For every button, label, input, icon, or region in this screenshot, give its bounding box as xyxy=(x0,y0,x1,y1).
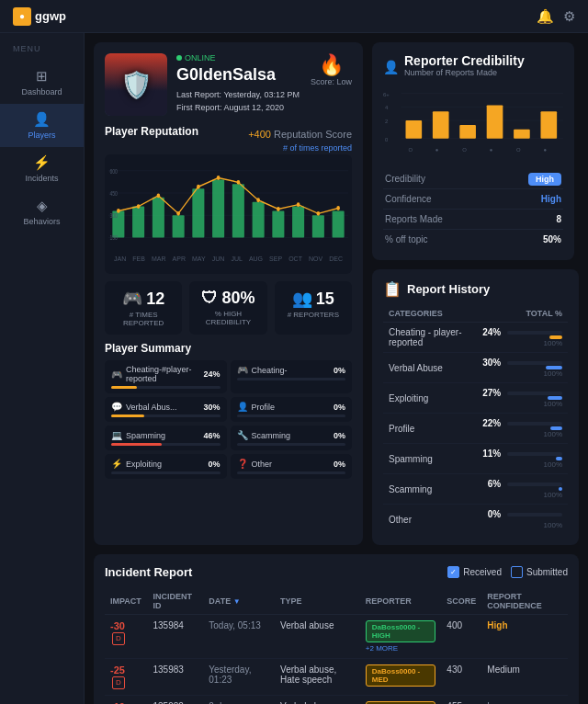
filter-received[interactable]: ✓ Received xyxy=(447,566,502,578)
summary-bar-bg xyxy=(111,386,220,389)
settings-icon[interactable]: ⚙ xyxy=(563,8,575,25)
svg-point-26 xyxy=(317,211,321,216)
svg-rect-43 xyxy=(487,105,503,138)
summary-item-icon: 💻 xyxy=(111,430,122,440)
svg-rect-40 xyxy=(406,120,423,139)
impact-badge: D xyxy=(112,632,125,645)
summary-bar xyxy=(111,414,144,417)
cred-badge: High xyxy=(528,173,561,186)
sidebar-item-players[interactable]: 👤 Players xyxy=(0,104,84,147)
svg-point-24 xyxy=(277,207,280,211)
bell-icon[interactable]: 🔔 xyxy=(537,8,554,25)
received-checkbox[interactable]: ✓ xyxy=(447,566,459,578)
cred-row: % off topic 50% xyxy=(383,230,563,250)
summary-item-pct: 30% xyxy=(203,403,220,412)
summary-item: ⚡ Exploiting 0% xyxy=(105,454,227,479)
table-row: -30 D 135984 Today, 05:13 Verbal abuse D… xyxy=(105,615,568,659)
cred-bar-chart: 6+ 4 2 0 O xyxy=(383,88,563,162)
sidebar-item-incidents[interactable]: ⚡ Incidents xyxy=(0,147,84,190)
summary-bar-bg xyxy=(237,443,346,446)
summary-item-pct: 0% xyxy=(334,431,345,440)
reputation-section: Player Reputation +400 Reputation Score … xyxy=(105,125,352,274)
rh-total: 11% 100% xyxy=(476,444,568,474)
svg-text:O: O xyxy=(408,147,413,153)
summary-item-name: Scamming xyxy=(252,431,330,440)
summary-item-pct: 0% xyxy=(334,460,345,469)
reporter-icon: 👤 xyxy=(383,60,399,74)
rep-title: Player Reputation xyxy=(105,125,198,138)
right-column: 👤 Reporter Credibility Number of Reports… xyxy=(372,42,579,545)
svg-text:O: O xyxy=(462,147,467,153)
sidebar-item-label: Dashboard xyxy=(21,87,62,97)
cred-label: Confidence xyxy=(383,189,496,210)
cred-val-cell: 50% xyxy=(496,230,563,250)
sidebar-item-behaviors[interactable]: ◈ Behaviors xyxy=(0,190,84,233)
sidebar: MENU ⊞ Dashboard 👤 Players ⚡ Incidents ◈… xyxy=(0,33,85,704)
rh-total: 27% 100% xyxy=(476,383,568,414)
online-dot xyxy=(176,55,182,61)
reporter-tag[interactable]: DaBoss0000 - MED xyxy=(366,664,436,687)
chart-x-labels: JAN FEB MAR APR MAY JUN JUL AUG SEP OCT … xyxy=(108,255,348,262)
summary-item: 💬 Verbal Abus... 30% xyxy=(105,397,227,422)
rh-table: Categories Total % Cheating - player-rep… xyxy=(383,305,568,534)
svg-point-25 xyxy=(297,202,300,207)
player-avatar: 🛡️ xyxy=(105,53,167,116)
rh-total: 24% 100% xyxy=(476,323,568,353)
svg-point-17 xyxy=(137,204,141,209)
col-date: Date ▼ xyxy=(203,588,275,615)
summary-item-pct: 24% xyxy=(203,369,220,379)
cred-val-cell: 8 xyxy=(496,210,563,230)
reporter-cell: DaBoss0000 - MED xyxy=(360,695,442,704)
svg-point-18 xyxy=(157,193,161,198)
filter-submitted[interactable]: Submitted xyxy=(511,566,568,578)
summary-item-name: Exploiting xyxy=(126,460,204,469)
summary-bar-bg xyxy=(237,378,346,380)
rh-category: Spamming xyxy=(383,444,476,474)
stat-reporters: 👥 15 # REPORTERS xyxy=(275,281,352,335)
report-history: 📋 Report History Categories Total % Chea… xyxy=(372,269,579,545)
rh-row: Cheating - player-reported 24% 100% xyxy=(383,323,568,353)
reporter-tag[interactable]: DaBoss0000 - HIGH xyxy=(366,620,436,642)
confidence-value: Low xyxy=(481,695,568,704)
cred-label: Reports Made xyxy=(383,210,496,230)
more-link[interactable]: +2 MORE xyxy=(366,644,436,653)
chart-y-label: # of times reported xyxy=(105,143,352,153)
summary-item-name: Spamming xyxy=(126,431,199,440)
stats-row: 🎮 12 # TIMES REPORTED 🛡 80% % HIGH CREDI… xyxy=(105,281,352,335)
rh-category: Scamming xyxy=(383,474,476,505)
svg-rect-13 xyxy=(292,207,304,238)
svg-text:4: 4 xyxy=(385,105,389,110)
summary-item-icon: 🎮 xyxy=(111,369,122,380)
svg-rect-11 xyxy=(253,202,265,238)
submitted-checkbox[interactable] xyxy=(511,566,523,578)
logo-text: ggwp xyxy=(35,9,66,23)
table-row: -25 D 135983 Yesterday, 01:23 Verbal abu… xyxy=(105,659,568,696)
svg-rect-9 xyxy=(212,179,224,237)
stat-credibility: 🛡 80% % HIGH CREDIBILITY xyxy=(189,281,266,335)
incident-date: Today, 05:13 xyxy=(203,615,275,659)
players-icon: 👤 xyxy=(33,111,51,128)
summary-item: 👤 Profile 0% xyxy=(231,397,353,422)
reporter-tag[interactable]: DaBoss0000 - MED xyxy=(366,701,436,705)
sort-icon[interactable]: ▼ xyxy=(233,597,241,606)
sidebar-item-label: Players xyxy=(28,131,55,140)
incident-score: 430 xyxy=(441,659,481,696)
svg-rect-6 xyxy=(153,198,164,238)
cred-row: Reports Made 8 xyxy=(383,210,563,230)
summary-item: 🎮 Cheating-#player-reported 24% xyxy=(105,360,227,393)
summary-bar-bg xyxy=(237,414,346,417)
col-id: Incident ID xyxy=(147,588,203,615)
top-nav: ● ggwp 🔔 ⚙ xyxy=(0,0,588,33)
logo-icon: ● xyxy=(13,7,31,26)
incident-type: Verbal abuse, AFK xyxy=(275,695,360,704)
summary-item: 🔧 Scamming 0% xyxy=(231,426,353,450)
svg-rect-7 xyxy=(173,215,185,237)
sidebar-item-dashboard[interactable]: ⊞ Dashboard xyxy=(0,61,84,104)
incident-date: 2 days ago, 01:11 xyxy=(203,695,275,704)
rep-chart: 600 450 300 150 JAN FEB MAR APR MAY xyxy=(105,154,352,274)
svg-text:600: 600 xyxy=(109,168,118,175)
player-summary: Player Summary 🎮 Cheating-#player-report… xyxy=(105,342,352,479)
summary-item-pct: 46% xyxy=(203,431,220,440)
summary-item-icon: ❓ xyxy=(237,459,248,469)
impact-cell: -30 D xyxy=(105,615,147,659)
